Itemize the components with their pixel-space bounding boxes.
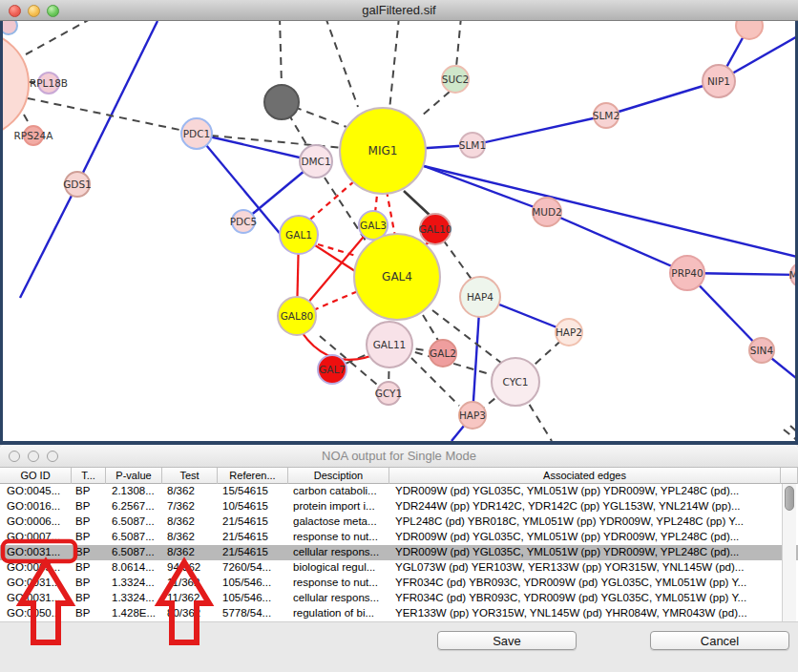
cell: 1.3324... — [106, 591, 162, 606]
noa-footer: Save Cancel — [0, 621, 798, 672]
node-label-SLM1: SLM1 — [459, 139, 486, 151]
node-label-RPS24A: RPS24A — [14, 130, 54, 141]
cell: GO:0050... — [0, 606, 72, 621]
column-header-GO ID[interactable]: GO ID — [0, 468, 72, 484]
cell: 80/362 — [162, 606, 218, 621]
node-label-PDC1: PDC1 — [183, 128, 210, 139]
cell: response to nut... — [288, 530, 389, 545]
cell: 10/54615 — [218, 499, 288, 514]
table-row[interactable]: GO:0006...BP6.5087...8/36221/54615galact… — [0, 514, 798, 530]
cell: 6.5087... — [106, 514, 162, 530]
edge — [304, 181, 354, 224]
cell: YDR009W (pd) YGL035C, YML051W (pp) YDR00… — [389, 545, 781, 560]
node-label-GAL10: GAL10 — [419, 223, 452, 235]
cell: 11/362 — [162, 591, 218, 606]
cell: 1.428E... — [106, 606, 162, 621]
column-header-Referen...[interactable]: Referen... — [218, 468, 288, 484]
cell: 8/362 — [162, 530, 218, 545]
table-row[interactable]: GO:0031...BP1.3324...11/362105/546...cel… — [0, 591, 798, 606]
network-titlebar[interactable]: galFiltered.sif — [0, 0, 798, 21]
noa-window: NOA output for Single Mode GO IDT...P-va… — [0, 445, 798, 672]
column-header-Test[interactable]: Test — [162, 468, 218, 484]
cell: 6.2567... — [106, 499, 162, 514]
column-header-T...[interactable]: T... — [72, 468, 106, 484]
noa-window-title: NOA output for Single Mode — [0, 445, 798, 468]
node-unlabeled[interactable] — [264, 85, 299, 119]
cell: 6.5087... — [106, 530, 162, 545]
cell: YGL073W (pd) YER103W, YER133W (pp) YOR31… — [389, 560, 781, 576]
cell: 11/362 — [162, 576, 218, 591]
edge — [389, 21, 399, 110]
cell: GO:0031... — [0, 545, 72, 560]
node-unlabeled[interactable] — [3, 32, 29, 136]
table-row[interactable]: GO:0007...BP6.5087...8/36221/54615respon… — [0, 530, 798, 545]
cell: 1.3324... — [106, 576, 162, 591]
edge — [606, 81, 719, 116]
edge — [385, 157, 795, 258]
column-header-P-value[interactable]: P-value — [106, 468, 162, 484]
edge — [326, 21, 358, 107]
cell: BP — [72, 545, 106, 560]
cell: 8.0614... — [106, 560, 162, 576]
table-row[interactable]: GO:0016...BP6.2567...7/36210/54615protei… — [0, 499, 798, 514]
node-label-HAP3: HAP3 — [459, 410, 486, 421]
table-row[interactable]: GO:0050...BP1.428E...80/3625778/54...reg… — [0, 606, 798, 621]
cell: GO:0007... — [0, 530, 72, 545]
edge — [404, 191, 432, 218]
cell: BP — [72, 514, 106, 530]
table-row[interactable]: GO:0065...BP8.0614...94/3627260/54...bio… — [0, 560, 798, 576]
scrollbar-thumb[interactable] — [785, 486, 794, 511]
edge — [387, 191, 395, 237]
column-header-Associated edges[interactable]: Associated edges — [389, 468, 781, 484]
node-label-GAL1: GAL1 — [285, 229, 312, 241]
cell: galactose meta... — [288, 514, 389, 530]
cell: 21/54615 — [218, 545, 288, 560]
cell: YDR009W (pd) YGL035C, YML051W (pp) YDR00… — [389, 484, 781, 499]
cancel-button[interactable]: Cancel — [650, 631, 789, 650]
cell: GO:0006... — [0, 514, 72, 530]
cell: protein import i... — [288, 499, 389, 514]
edge — [472, 116, 606, 145]
table-row[interactable]: GO:0045...BP2.1308...8/36215/54615carbon… — [0, 484, 798, 499]
node-label-MIG1: MIG1 — [368, 144, 398, 158]
column-header-spacer — [781, 468, 798, 484]
cell: 8/362 — [162, 484, 218, 499]
table-header: GO IDT...P-valueTestReferen...Desciption… — [0, 468, 798, 484]
network-window-title: galFiltered.sif — [0, 0, 798, 21]
cell: YPL248C (pd) YBR018C, YML051W (pp) YDR00… — [389, 514, 781, 530]
node-unlabeled[interactable] — [736, 21, 763, 39]
cell: GO:0031... — [0, 591, 72, 606]
node-label-RPL18B: RPL18B — [30, 77, 68, 89]
cell: BP — [72, 499, 106, 514]
save-button[interactable]: Save — [437, 631, 577, 650]
cell: 7/362 — [162, 499, 218, 514]
node-label-GAL80: GAL80 — [281, 310, 314, 322]
cell: BP — [72, 606, 106, 621]
node-unlabeled[interactable] — [3, 21, 17, 34]
network-window: galFiltered.sif RPL18BRPS24AGDS1PDC1PDC5… — [0, 0, 798, 445]
network-canvas[interactable]: RPL18BRPS24AGDS1PDC1PDC5DMC1MIG1SUC2SLM1… — [0, 21, 798, 445]
node-label-SLM2: SLM2 — [593, 110, 620, 121]
cell: 8/362 — [162, 545, 218, 560]
cell: YDR244W (pp) YDR142C, YDR142C (pp) YGL15… — [389, 499, 781, 514]
node-label-NIP1: NIP1 — [707, 75, 730, 87]
cell: GO:0045... — [0, 484, 72, 499]
cell: 105/546... — [218, 591, 288, 606]
vertical-scrollbar[interactable] — [782, 484, 796, 621]
table-row-selected[interactable]: GO:0031...BP6.5087...8/36221/54615cellul… — [0, 545, 798, 560]
edge — [790, 426, 795, 435]
node-label-GAL11: GAL11 — [373, 339, 407, 350]
cell: YFR034C (pd) YBR093C, YDR009W (pd) YGL03… — [389, 576, 781, 591]
edge — [26, 21, 94, 54]
node-label-HAP4: HAP4 — [467, 291, 494, 303]
node-label-SIN4: SIN4 — [750, 345, 774, 356]
node-label-GAL2: GAL2 — [430, 347, 456, 359]
noa-titlebar[interactable]: NOA output for Single Mode — [0, 445, 798, 468]
cell: YER133W (pp) YOR315W, YNL145W (pd) YHR08… — [389, 606, 781, 621]
node-label-GCY1: GCY1 — [375, 388, 402, 399]
table-row[interactable]: GO:0031...BP1.3324...11/362105/546...res… — [0, 576, 798, 591]
cell: 2.1308... — [106, 484, 162, 499]
node-label-GAL7: GAL7 — [319, 364, 346, 375]
node-label-GAL4: GAL4 — [382, 270, 412, 284]
column-header-Desciption[interactable]: Desciption — [288, 468, 389, 484]
